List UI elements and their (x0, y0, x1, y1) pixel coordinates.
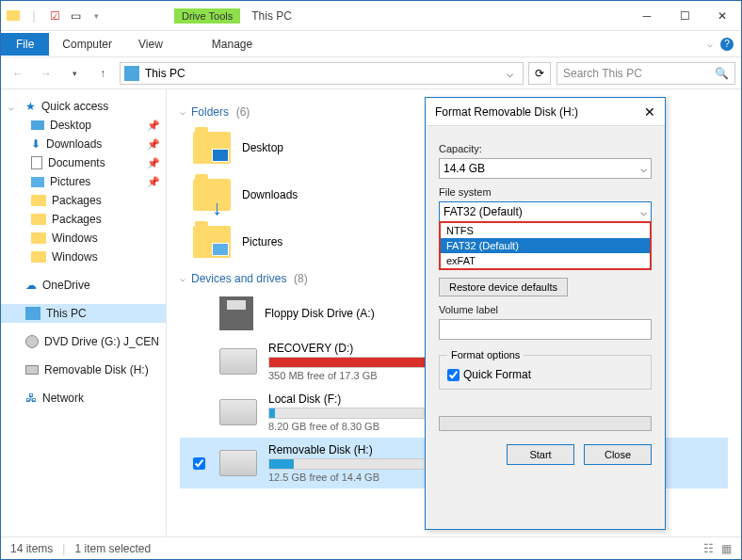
folder-icon: ↓ (193, 179, 231, 211)
close-button[interactable]: ✕ (703, 2, 741, 30)
star-icon: ★ (25, 100, 36, 113)
help-icon[interactable]: ? (720, 38, 734, 51)
capacity-label: Capacity: (439, 143, 652, 154)
chevron-down-icon: ⌵ (640, 162, 647, 175)
navigation-pane: ⌵★Quick access Desktop📌 ⬇Downloads📌 Docu… (1, 89, 167, 536)
recent-dropdown[interactable]: ▾ (63, 62, 86, 85)
drive-icon (219, 399, 257, 425)
download-icon: ⬇ (31, 137, 40, 151)
dvd-drive[interactable]: DVD Drive (G:) J_CEN (1, 332, 166, 351)
sidebar-item-windows[interactable]: Windows (1, 229, 166, 248)
fs-option-ntfs[interactable]: NTFS (441, 223, 650, 238)
volume-label-input[interactable] (439, 319, 652, 340)
volume-label-label: Volume label (439, 304, 652, 315)
this-pc-root[interactable]: This PC (1, 304, 166, 323)
dialog-title: Format Removable Disk (H:) (435, 105, 578, 119)
format-dialog: Format Removable Disk (H:) ✕ Capacity: 1… (425, 97, 666, 530)
pin-icon: 📌 (147, 138, 160, 151)
sidebar-item-packages[interactable]: Packages (1, 191, 166, 210)
filesystem-select[interactable]: FAT32 (Default)⌵ (439, 201, 652, 222)
usb-icon (25, 365, 39, 375)
ribbon: File Computer View Manage ⌵ ? (1, 31, 741, 57)
filesystem-label: File system (439, 186, 652, 198)
usage-bar (268, 408, 447, 419)
pictures-icon (31, 177, 44, 187)
forward-button[interactable]: → (35, 62, 57, 85)
details-view-icon[interactable]: ☷ (703, 542, 714, 555)
folder-icon (31, 214, 46, 225)
format-options-group: Format options Quick Format (439, 349, 652, 390)
removable-disk[interactable]: Removable Disk (H:) (1, 360, 166, 379)
divider-icon: | (25, 8, 42, 24)
pc-icon (124, 66, 139, 81)
properties-icon[interactable]: ▭ (67, 8, 84, 24)
drive-icon (219, 348, 257, 375)
folder-icon (31, 195, 46, 206)
address-text: This PC (145, 67, 186, 80)
filesystem-dropdown: NTFS FAT32 (Default) exFAT (439, 221, 652, 270)
address-bar: ← → ▾ ↑ This PC ⌵ ⟳ Search This PC 🔍 (1, 57, 741, 89)
folder-icon[interactable] (5, 8, 22, 24)
cloud-icon: ☁ (25, 279, 37, 292)
sidebar-item-documents[interactable]: Documents📌 (1, 153, 166, 172)
address-box[interactable]: This PC ⌵ (120, 62, 524, 85)
search-input[interactable]: Search This PC 🔍 (556, 62, 735, 85)
sidebar-item-desktop[interactable]: Desktop📌 (1, 116, 166, 135)
close-button[interactable]: Close (584, 444, 652, 465)
dropdown-icon[interactable]: ▾ (88, 8, 105, 24)
restore-defaults-button[interactable]: Restore device defaults (439, 278, 568, 296)
manage-tab[interactable]: Manage (199, 33, 266, 56)
document-icon (31, 156, 42, 169)
quick-access-toolbar: | ☑ ▭ ▾ (1, 8, 108, 24)
fs-option-exfat[interactable]: exFAT (441, 253, 650, 268)
progress-bar (439, 416, 652, 431)
view-tab[interactable]: View (125, 33, 176, 56)
network-icon: 🖧 (25, 392, 37, 405)
drive-tools-tab[interactable]: Drive Tools (174, 8, 240, 24)
fs-option-fat32[interactable]: FAT32 (Default) (441, 238, 650, 253)
capacity-select[interactable]: 14.4 GB⌵ (439, 158, 652, 179)
select-checkbox[interactable] (193, 457, 205, 470)
titlebar: | ☑ ▭ ▾ Drive Tools This PC ─ ☐ ✕ (1, 1, 741, 31)
ribbon-collapse-icon[interactable]: ⌵ (707, 39, 713, 49)
start-button[interactable]: Start (507, 444, 574, 465)
quick-access-root[interactable]: ⌵★Quick access (1, 97, 166, 116)
chevron-down-icon: ⌵ (640, 205, 647, 218)
minimize-button[interactable]: ─ (628, 2, 666, 30)
folder-icon (31, 232, 46, 244)
format-options-legend: Format options (447, 349, 524, 360)
usage-bar (268, 458, 447, 470)
network-root[interactable]: 🖧Network (1, 389, 166, 408)
item-count: 14 items (10, 542, 53, 555)
folder-icon (31, 251, 46, 263)
search-placeholder: Search This PC (563, 67, 642, 80)
dialog-titlebar: Format Removable Disk (H:) ✕ (426, 98, 665, 126)
sidebar-item-pictures[interactable]: Pictures📌 (1, 172, 166, 191)
pin-icon: 📌 (147, 120, 160, 132)
checkbox-icon[interactable]: ☑ (46, 8, 63, 24)
selection-count: 1 item selected (74, 542, 151, 555)
dialog-close-button[interactable]: ✕ (644, 104, 655, 120)
sidebar-item-packages[interactable]: Packages (1, 210, 166, 229)
address-dropdown-icon[interactable]: ⌵ (501, 67, 519, 80)
maximize-button[interactable]: ☐ (666, 2, 703, 30)
drive-icon (219, 450, 257, 476)
usage-bar (268, 357, 447, 368)
back-button[interactable]: ← (7, 62, 29, 85)
up-button[interactable]: ↑ (91, 62, 114, 85)
pin-icon: 📌 (147, 157, 160, 169)
folder-icon (193, 226, 231, 258)
file-tab[interactable]: File (1, 33, 49, 56)
desktop-icon (31, 120, 44, 130)
onedrive-root[interactable]: ☁OneDrive (1, 276, 166, 295)
quick-format-checkbox[interactable]: Quick Format (447, 368, 643, 381)
computer-tab[interactable]: Computer (49, 33, 125, 56)
floppy-icon (219, 296, 253, 330)
large-icons-view-icon[interactable]: ▦ (721, 542, 732, 555)
sidebar-item-downloads[interactable]: ⬇Downloads📌 (1, 135, 166, 153)
status-bar: 14 items | 1 item selected ☷ ▦ (1, 536, 741, 559)
folder-icon (193, 132, 231, 164)
refresh-button[interactable]: ⟳ (528, 62, 551, 85)
pc-icon (25, 307, 40, 320)
sidebar-item-windows[interactable]: Windows (1, 248, 166, 266)
